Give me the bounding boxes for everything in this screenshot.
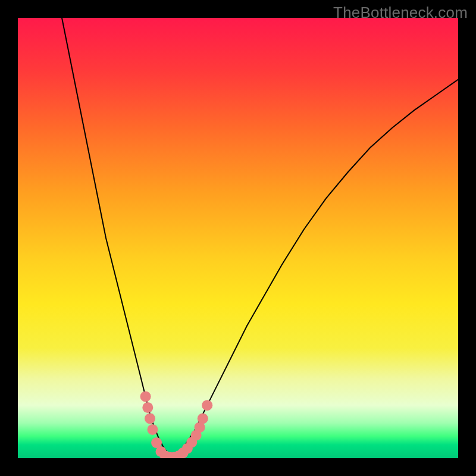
marker-point: [142, 402, 153, 413]
chart-frame: TheBottleneck.com: [0, 0, 476, 476]
marker-point: [147, 424, 158, 435]
marker-point: [202, 400, 212, 411]
bottleneck-markers: [140, 391, 213, 458]
marker-point: [145, 413, 155, 424]
marker-point: [198, 413, 208, 424]
curve-right: [172, 80, 458, 458]
chart-svg: [18, 18, 458, 458]
curve-left: [62, 18, 172, 458]
marker-point: [140, 391, 151, 402]
plot-area: [18, 18, 458, 458]
